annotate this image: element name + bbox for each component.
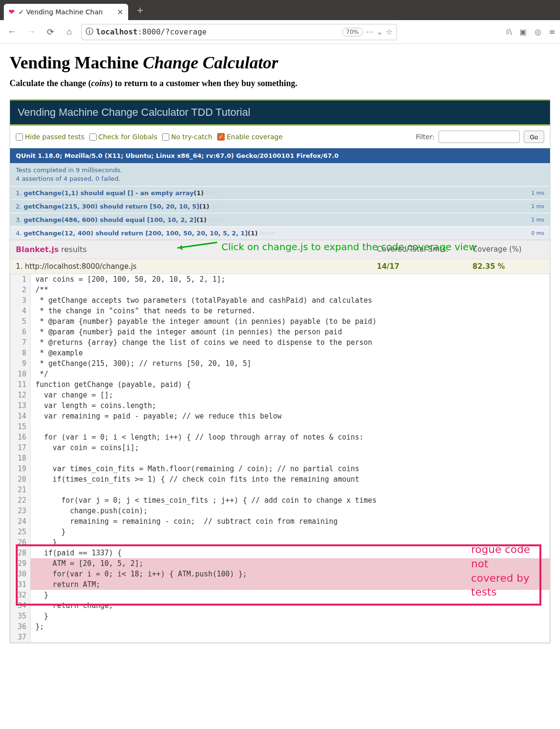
library-icon[interactable]: ⫴\ [506,27,512,36]
enable-coverage-checkbox[interactable]: ✓Enable coverage [217,133,283,141]
pocket-icon[interactable]: ⌄ [376,27,383,36]
info-icon[interactable]: ⓘ [86,27,93,37]
rogue-highlight-box [16,544,541,606]
blanket-name: Blanket.js [16,245,59,254]
code-line: 1var coins = [200, 100, 50, 20, 10, 5, 2… [11,274,549,285]
test-row[interactable]: 3. getChange(486, 600) should equal [100… [10,213,550,226]
page-content: Vending Machine Change Calculator Calcul… [0,44,560,652]
new-tab-button[interactable]: ＋ [128,3,152,17]
heart-icon: ❤ [9,8,15,16]
code-line: 5 * @param {number} payable the integer … [11,316,549,327]
code-line: 4 * the change in "coins" that needs to … [11,306,549,316]
qunit-user-agent: QUnit 1.18.0; Mozilla/5.0 (X11; Ubuntu; … [10,148,550,163]
code-line: 23 change.push(coin); [11,506,549,516]
code-line: 20 if(times_coin_fits >= 1) { // check c… [11,474,549,485]
bookmark-icon[interactable]: ☆ [386,27,393,36]
code-line: 25 } [11,527,549,537]
home-button[interactable]: ⌂ [62,25,77,39]
blanket-header: Blanket.js results Covered/Total Smts. C… [10,240,550,259]
code-line: 36}; [11,621,549,632]
coverage-stats: 14/17 [377,262,472,271]
qunit-toolbar: Hide passed tests Check for Globals No t… [10,124,550,148]
coverage-file-name: http://localhost:8000/change.js [25,262,137,271]
url-text: localhost:8000/?coverage [96,27,339,36]
more-icon[interactable]: ⋯ [366,27,373,36]
zoom-indicator[interactable]: 70% [342,28,363,36]
callout-expand: Click on change.js to expand the code co… [177,241,477,253]
code-line: 15 [11,421,549,432]
browser-tab-strip: ❤ ✓ Vending Machine Chan ✕ ＋ [0,0,560,20]
code-line: 18 [11,453,549,464]
coverage-file-row[interactable]: 1. http://localhost:8000/change.js 14/17… [10,259,550,274]
page-subtitle: Calculate the change (coins) to return t… [10,78,550,88]
test-row[interactable]: 2. getChange(215, 300) should return [50… [10,199,550,213]
code-line: 35 } [11,611,549,621]
code-line: 9 * getChange(215, 300); // returns [50,… [11,358,549,369]
forward-button[interactable]: → [24,25,38,39]
qunit-panel: Vending Machine Change Calculator TDD Tu… [10,99,550,643]
page-title: Vending Machine Change Calculator [10,53,550,73]
go-button[interactable]: Go [524,131,544,143]
close-icon[interactable]: ✕ [117,8,123,17]
test-row[interactable]: 1. getChange(1,1) should equal [] - an e… [10,186,550,199]
filter-label: Filter: [416,133,435,141]
rogue-label: rogue code not covered by tests [471,542,533,599]
code-line: 2/** [11,285,549,295]
code-line: 12 var change = []; [11,390,549,400]
hide-passed-checkbox[interactable]: Hide passed tests [16,133,85,141]
check-globals-checkbox[interactable]: Check for Globals [89,133,157,141]
sidebar-icon[interactable]: ▣ [520,27,527,36]
qunit-header: Vending Machine Change Calculator TDD Tu… [10,99,550,124]
code-line: 17 var coin = coins[i]; [11,442,549,453]
code-line: 3 * getChange accepts two parameters (to… [11,295,549,306]
code-line: 7 * @returns {array} change the list of … [11,337,549,348]
code-line: 37 [11,632,549,642]
qunit-stats: Tests completed in 9 milliseconds. 4 ass… [10,163,550,186]
code-line: 10 */ [11,369,549,379]
no-try-catch-checkbox[interactable]: No try-catch [162,133,212,141]
code-line: 8 * @example [11,348,549,358]
reload-button[interactable]: ⟳ [43,25,57,39]
coverage-pct: 82.35 % [472,262,544,271]
menu-icon[interactable]: ≡ [549,27,555,36]
coverage-pct-header: Coverage (%) [472,245,544,254]
account-icon[interactable]: ◎ [535,27,541,36]
test-row[interactable]: 4. getChange(12, 400) should return [200… [10,226,550,240]
browser-toolbar: ← → ⟳ ⌂ ⓘ localhost:8000/?coverage 70% ⋯… [0,20,560,44]
code-line: 24 remaining = remaining - coin; // subt… [11,516,549,527]
code-line: 21 [11,485,549,495]
tab-title: ✓ Vending Machine Chan [19,8,113,16]
filter-input[interactable] [439,131,520,143]
code-line: 11function getChange (payable, paid) { [11,379,549,390]
code-line: 19 var times_coin_fits = Math.floor(rema… [11,464,549,474]
back-button[interactable]: ← [5,25,19,39]
browser-tab[interactable]: ❤ ✓ Vending Machine Chan ✕ [4,4,128,20]
code-line: 13 var length = coins.length; [11,400,549,411]
code-line: 22 for(var j = 0; j < times_coin_fits ; … [11,495,549,506]
code-line: 6 * @param {number} paid the integer amo… [11,327,549,337]
arrow-icon [177,242,218,254]
code-line: 16 for (var i = 0; i < length; i++) { //… [11,432,549,442]
url-bar[interactable]: ⓘ localhost:8000/?coverage 70% ⋯ ⌄ ☆ [81,24,397,40]
code-line: 14 var remaining = paid - payable; // we… [11,411,549,421]
